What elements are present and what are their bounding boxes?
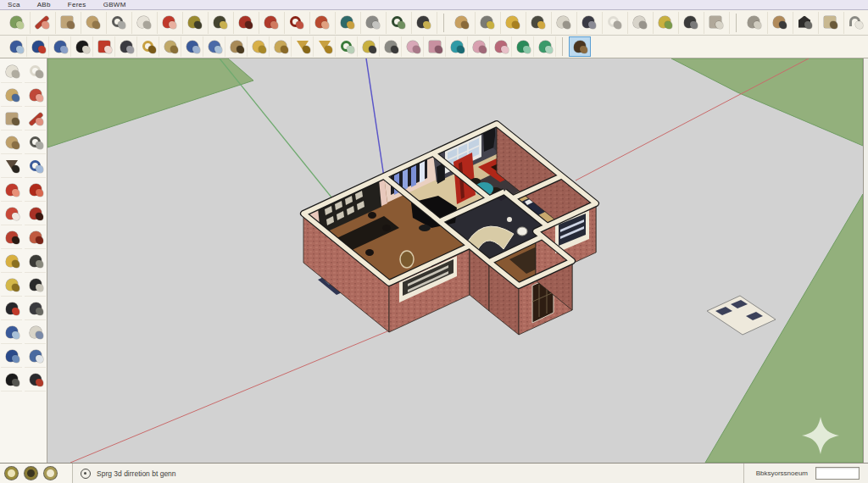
dining-chair[interactable] <box>368 212 376 219</box>
palette-tool-icon[interactable] <box>25 203 46 225</box>
palette-tool-icon[interactable] <box>25 369 46 391</box>
tool-icon[interactable] <box>259 12 285 34</box>
menu-item-edit[interactable]: ABb <box>37 1 51 8</box>
tool-icon[interactable] <box>132 12 158 34</box>
palette-tool-icon[interactable] <box>25 251 46 273</box>
tool-icon[interactable] <box>743 12 768 34</box>
tool-icon[interactable] <box>158 12 183 34</box>
tool-icon[interactable] <box>248 36 270 57</box>
menu-item-camera[interactable]: GBWM <box>103 1 126 8</box>
palette-tool-icon[interactable] <box>1 227 22 249</box>
tool-icon[interactable] <box>31 12 56 34</box>
dining-chair[interactable] <box>382 225 391 231</box>
tool-icon[interactable] <box>93 36 115 57</box>
bathroom-toilet[interactable] <box>517 227 527 236</box>
menu-item-file[interactable]: Sca <box>8 1 20 8</box>
tool-icon[interactable] <box>402 36 424 57</box>
tool-icon[interactable] <box>704 12 730 34</box>
palette-tool-icon[interactable] <box>1 346 22 368</box>
palette-tool-icon[interactable] <box>1 156 22 178</box>
tool-icon[interactable] <box>577 12 603 34</box>
tool-icon[interactable] <box>358 36 380 57</box>
help-icon[interactable] <box>81 469 91 479</box>
tool-icon[interactable] <box>468 36 490 57</box>
tool-icon[interactable] <box>49 36 71 57</box>
tool-icon[interactable] <box>159 36 181 57</box>
3d-viewport[interactable] <box>47 58 863 463</box>
palette-tool-icon[interactable] <box>25 156 46 178</box>
tool-icon[interactable] <box>552 12 577 34</box>
palette-tool-icon[interactable] <box>25 298 46 320</box>
tool-icon[interactable] <box>768 12 793 34</box>
tool-icon[interactable] <box>5 12 31 34</box>
tool-icon[interactable] <box>285 12 310 34</box>
tool-icon[interactable] <box>679 12 704 34</box>
tool-icon-selected[interactable] <box>569 36 591 57</box>
dining-chair[interactable] <box>365 249 374 256</box>
palette-tool-icon[interactable] <box>1 85 22 107</box>
tool-icon[interactable] <box>314 36 336 57</box>
tool-icon[interactable] <box>654 12 679 34</box>
geo-status-icon[interactable] <box>5 467 18 480</box>
palette-tool-icon[interactable] <box>1 369 22 391</box>
palette-tool-icon[interactable] <box>1 275 22 297</box>
tool-icon[interactable] <box>336 12 361 34</box>
palette-tool-icon[interactable] <box>25 85 46 107</box>
palette-tool-icon[interactable] <box>1 251 22 273</box>
tool-icon[interactable] <box>5 36 27 57</box>
palette-tool-icon[interactable] <box>25 108 46 130</box>
palette-tool-icon[interactable] <box>1 108 22 130</box>
tool-icon[interactable] <box>446 36 468 57</box>
tool-icon[interactable] <box>81 12 107 34</box>
piano-bench[interactable] <box>419 225 431 231</box>
tool-icon[interactable] <box>412 12 437 34</box>
palette-tool-icon[interactable] <box>1 203 22 225</box>
menu-item-view[interactable]: Feres <box>68 1 86 8</box>
tool-icon[interactable] <box>534 36 556 57</box>
geo-status-icon[interactable] <box>25 467 37 480</box>
tool-icon[interactable] <box>336 36 358 57</box>
tool-icon[interactable] <box>270 36 292 57</box>
tool-icon[interactable] <box>71 36 93 57</box>
tool-icon[interactable] <box>387 12 412 34</box>
tool-icon[interactable] <box>225 36 248 57</box>
tool-icon[interactable] <box>476 12 501 34</box>
palette-tool-icon[interactable] <box>1 132 22 154</box>
tool-icon[interactable] <box>793 12 819 34</box>
palette-tool-icon[interactable] <box>25 322 46 344</box>
tool-icon[interactable] <box>310 12 336 34</box>
palette-tool-icon[interactable] <box>25 61 46 83</box>
tool-icon[interactable] <box>501 12 526 34</box>
palette-tool-icon[interactable] <box>25 346 46 368</box>
palette-tool-icon[interactable] <box>25 275 46 297</box>
tool-icon[interactable] <box>183 12 209 34</box>
tool-icon[interactable] <box>292 36 314 57</box>
tool-icon[interactable] <box>450 12 476 34</box>
palette-tool-icon[interactable] <box>1 180 22 202</box>
palette-tool-icon[interactable] <box>25 180 46 202</box>
tool-icon[interactable] <box>361 12 387 34</box>
measurements-input[interactable] <box>815 467 860 480</box>
geo-status-icon[interactable] <box>44 467 57 480</box>
tool-icon[interactable] <box>203 36 225 57</box>
bathroom-sink[interactable] <box>507 217 512 222</box>
tool-icon[interactable] <box>526 12 552 34</box>
tool-icon[interactable] <box>512 36 534 57</box>
tool-icon[interactable] <box>209 12 234 34</box>
tool-icon[interactable] <box>844 12 868 34</box>
tool-icon[interactable] <box>56 12 81 34</box>
tool-icon[interactable] <box>819 12 844 34</box>
tool-icon[interactable] <box>115 36 137 57</box>
tool-icon[interactable] <box>137 36 159 57</box>
tool-icon[interactable] <box>107 12 132 34</box>
tool-icon[interactable] <box>628 12 654 34</box>
palette-tool-icon[interactable] <box>1 322 22 344</box>
tool-icon[interactable] <box>380 36 402 57</box>
tool-icon[interactable] <box>490 36 512 57</box>
palette-tool-icon[interactable] <box>25 132 46 154</box>
tool-icon[interactable] <box>424 36 446 57</box>
palette-tool-icon[interactable] <box>1 61 22 83</box>
dining-mirror[interactable] <box>400 251 414 268</box>
tool-icon[interactable] <box>181 36 203 57</box>
palette-tool-icon[interactable] <box>1 298 22 320</box>
